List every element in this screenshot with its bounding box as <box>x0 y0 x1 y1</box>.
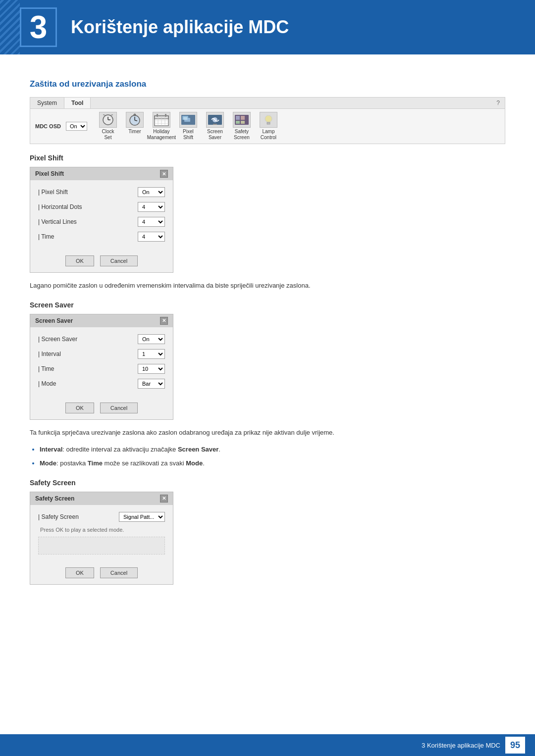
pixel-shift-ok-button[interactable]: OK <box>65 255 94 266</box>
safety-screen-dialog-title: Safety Screen <box>35 495 74 502</box>
screen-saver-heading: Screen Saver <box>30 301 505 309</box>
lamp-control-icon <box>260 112 277 128</box>
safety-screen-close-button[interactable]: ✕ <box>160 495 168 503</box>
pixel-shift-icon <box>179 112 197 128</box>
screen-saver-titlebar: Screen Saver ✕ <box>30 314 173 327</box>
pixel-shift-select-2[interactable]: 4 <box>138 202 165 212</box>
pixel-shift-close-button[interactable]: ✕ <box>160 170 168 178</box>
screen-saver-ok-button[interactable]: OK <box>65 403 94 413</box>
screen-saver-select-1[interactable]: OnOff <box>138 334 165 344</box>
safety-screen-label: SafetyScreen <box>234 129 250 141</box>
chapter-title: Korištenje aplikacije MDC <box>71 17 289 38</box>
safety-screen-body: Safety Screen Signal Patt... Press OK to… <box>30 505 173 563</box>
toolbar-icon-timer[interactable]: Timer <box>122 112 148 141</box>
toolbar-icon-holiday[interactable]: HolidayManagement <box>149 112 174 141</box>
screen-saver-cancel-button[interactable]: Cancel <box>100 403 138 413</box>
screen-saver-row-1: Screen Saver OnOff <box>38 334 165 344</box>
bullet-list: Interval: odredite interval za aktivacij… <box>40 444 505 469</box>
screen-saver-description: Ta funkcija sprječava urezivanje zaslona… <box>30 428 505 438</box>
pixel-shift-description: Lagano pomičite zaslon u određenim vreme… <box>30 281 505 291</box>
mdc-osd-label: MDC OSD <box>35 123 61 129</box>
svg-line-5 <box>135 120 137 121</box>
svg-rect-19 <box>183 117 187 120</box>
screen-saver-row-4: Mode Bar <box>38 379 165 389</box>
pixel-shift-label-4: Time <box>38 233 138 240</box>
svg-rect-29 <box>267 122 270 124</box>
question-icon: ? <box>491 98 505 108</box>
bullet-1-bold-interval: Interval <box>40 446 62 453</box>
toolbar-icon-clock-set[interactable]: ClockSet <box>95 112 121 141</box>
mdc-osd-select[interactable]: On <box>66 122 87 131</box>
clock-set-icon <box>99 112 117 128</box>
banner-decoration <box>0 0 20 54</box>
pixel-shift-body: Pixel Shift OnOff Horizontal Dots 4 Vert… <box>30 180 173 252</box>
toolbar-icon-lamp-control[interactable]: LampControl <box>256 112 281 141</box>
pixel-shift-row-3: Vertical Lines 4 <box>38 217 165 227</box>
safety-screen-select-1[interactable]: Signal Patt... <box>119 512 165 522</box>
pixel-shift-heading: Pixel Shift <box>30 154 505 162</box>
screen-saver-select-2[interactable]: 1 <box>138 349 165 359</box>
pixel-shift-select-4[interactable]: 4 <box>138 232 165 242</box>
screen-saver-close-button[interactable]: ✕ <box>160 317 168 325</box>
screen-saver-select-3[interactable]: 10 <box>138 364 165 374</box>
svg-rect-26 <box>236 121 240 124</box>
safety-screen-note: Press OK to play a selected mode. <box>38 527 165 533</box>
svg-rect-24 <box>236 116 240 120</box>
svg-rect-25 <box>241 116 245 120</box>
svg-rect-22 <box>213 124 217 125</box>
screen-saver-label-4: Mode <box>38 380 138 387</box>
holiday-icon <box>153 112 170 128</box>
pixel-shift-titlebar: Pixel Shift ✕ <box>30 167 173 180</box>
bullet-item-1: Interval: odredite interval za aktivacij… <box>40 444 505 455</box>
toolbar-icon-screen-saver[interactable]: ScreenSaver <box>202 112 228 141</box>
bullet-2-bold-mode2: Mode <box>186 459 203 467</box>
safety-screen-heading: Safety Screen <box>30 479 505 487</box>
screen-saver-label-3: Time <box>38 365 138 372</box>
screen-saver-label-2: Interval <box>38 351 138 357</box>
pixel-shift-select-1[interactable]: OnOff <box>138 187 165 197</box>
pixel-shift-select-3[interactable]: 4 <box>138 217 165 227</box>
bullet-2-bold-mode: Mode <box>40 459 56 467</box>
lamp-control-label: LampControl <box>261 129 276 141</box>
bullet-2-bold-time: Time <box>88 459 103 467</box>
screen-saver-label: ScreenSaver <box>207 129 223 141</box>
svg-rect-15 <box>165 114 166 117</box>
svg-line-31 <box>264 116 265 117</box>
safety-screen-dialog: Safety Screen ✕ Safety Screen Signal Pat… <box>30 492 173 585</box>
screen-saver-dialog: Screen Saver ✕ Screen Saver OnOff Interv… <box>30 314 173 420</box>
tab-tool[interactable]: Tool <box>64 98 91 108</box>
bullet-1-bold-screen-saver: Screen Saver <box>178 446 218 453</box>
pixel-shift-row-2: Horizontal Dots 4 <box>38 202 165 212</box>
toolbar-tabs: System Tool ? <box>30 98 505 109</box>
pixel-shift-cancel-button[interactable]: Cancel <box>100 255 138 266</box>
safety-screen-cancel-button[interactable]: Cancel <box>100 567 138 578</box>
main-content: Zaštita od urezivanja zaslona System Too… <box>0 54 535 612</box>
pixel-shift-row-4: Time 4 <box>38 232 165 242</box>
screen-saver-label-1: Screen Saver <box>38 336 138 343</box>
page-footer: 3 Korištenje aplikacije MDC 95 <box>0 734 535 756</box>
pixel-shift-footer: OK Cancel <box>30 252 173 272</box>
footer-text: 3 Korištenje aplikacije MDC <box>422 742 500 749</box>
safety-screen-ok-button[interactable]: OK <box>65 567 94 578</box>
pixel-shift-row-1: Pixel Shift OnOff <box>38 187 165 197</box>
svg-point-28 <box>265 115 272 122</box>
screen-saver-select-4[interactable]: Bar <box>138 379 165 389</box>
toolbar-icons: ClockSet Timer <box>95 112 281 141</box>
svg-line-32 <box>272 116 273 117</box>
safety-screen-row-1: Safety Screen Signal Patt... <box>38 512 165 522</box>
tab-system[interactable]: System <box>30 98 64 108</box>
safety-screen-preview <box>38 537 165 554</box>
screen-saver-body: Screen Saver OnOff Interval 1 Time 10 Mo… <box>30 327 173 399</box>
toolbar-icon-safety-screen[interactable]: SafetyScreen <box>229 112 255 141</box>
chapter-banner: 3 Korištenje aplikacije MDC <box>0 0 535 54</box>
screen-saver-icon <box>206 112 224 128</box>
holiday-label: HolidayManagement <box>147 129 176 141</box>
chapter-number-box: 3 <box>20 7 57 47</box>
svg-point-6 <box>134 114 136 116</box>
timer-icon <box>126 112 144 128</box>
toolbar-bar: MDC OSD On ClockSet <box>30 109 505 144</box>
safety-screen-icon <box>233 112 251 128</box>
toolbar-icon-pixel-shift[interactable]: PixelShift <box>175 112 201 141</box>
chapter-number: 3 <box>30 11 48 43</box>
timer-label: Timer <box>128 129 141 135</box>
